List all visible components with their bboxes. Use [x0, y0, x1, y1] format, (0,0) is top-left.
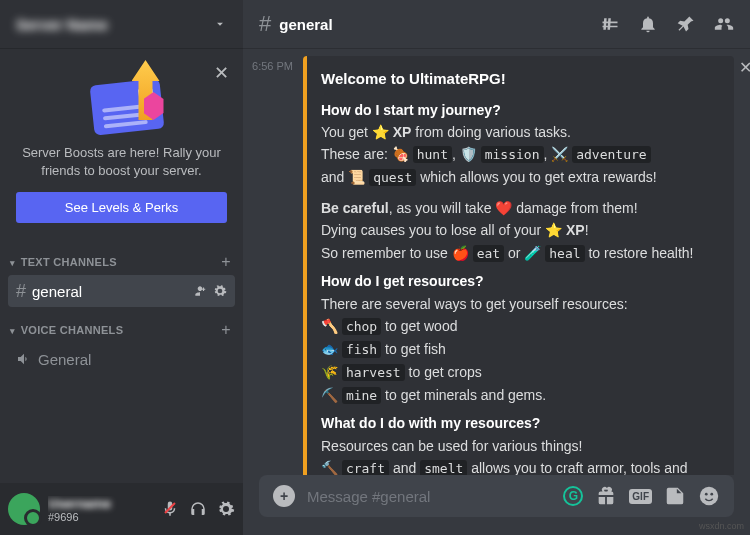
invite-icon[interactable] — [193, 284, 207, 298]
channel-header: # general — [243, 0, 750, 48]
username: Username — [48, 496, 161, 511]
watermark: wsxdn.com — [699, 521, 744, 531]
mute-icon[interactable] — [161, 500, 179, 518]
boost-illustration — [42, 64, 202, 134]
channel-title: general — [279, 16, 600, 33]
pinned-icon[interactable] — [676, 14, 696, 34]
speaker-icon — [16, 351, 32, 367]
emoji-icon[interactable] — [698, 485, 720, 507]
close-icon[interactable]: ✕ — [739, 56, 750, 79]
sticker-icon[interactable] — [664, 485, 686, 507]
members-icon[interactable] — [714, 14, 734, 34]
boost-button[interactable]: See Levels & Perks — [16, 192, 227, 223]
notifications-icon[interactable] — [638, 14, 658, 34]
gift-icon[interactable] — [595, 485, 617, 507]
add-channel-icon[interactable]: + — [221, 253, 231, 271]
hash-icon: # — [16, 281, 26, 302]
settings-icon[interactable] — [213, 284, 227, 298]
server-name: Server Name — [16, 16, 108, 33]
channel-general[interactable]: # general — [8, 275, 235, 307]
user-tag: #9696 — [48, 511, 161, 523]
user-settings-icon[interactable] — [217, 500, 235, 518]
boost-text: Server Boosts are here! Rally your frien… — [16, 144, 227, 180]
server-header[interactable]: Server Name — [0, 0, 243, 48]
gif-icon[interactable]: GIF — [629, 489, 652, 504]
message-input[interactable] — [307, 488, 551, 505]
boost-card: ✕ Server Boosts are here! Rally your fri… — [0, 48, 243, 239]
close-icon[interactable]: ✕ — [214, 62, 229, 84]
hash-icon: # — [259, 11, 271, 37]
add-voice-channel-icon[interactable]: + — [221, 321, 231, 339]
text-channels-header[interactable]: ▾ TEXT CHANNELS + — [8, 239, 235, 273]
deafen-icon[interactable] — [189, 500, 207, 518]
threads-icon[interactable] — [600, 14, 620, 34]
chevron-down-icon — [213, 17, 227, 31]
embed: ✕ Welcome to UltimateRPG! How do I start… — [303, 56, 734, 475]
voice-channel-general[interactable]: General — [8, 343, 235, 375]
message-input-box: + G GIF — [259, 475, 734, 517]
svg-point-0 — [700, 487, 718, 505]
embed-title: Welcome to UltimateRPG! — [321, 68, 720, 90]
add-attachment-button[interactable]: + — [273, 485, 295, 507]
grammarly-icon[interactable]: G — [563, 486, 583, 506]
message-timestamp: 6:56 PM — [251, 56, 293, 475]
svg-point-2 — [710, 493, 713, 496]
voice-channels-header[interactable]: ▾ VOICE CHANNELS + — [8, 307, 235, 341]
svg-point-1 — [705, 493, 708, 496]
avatar[interactable] — [8, 493, 40, 525]
user-panel: Username #9696 — [0, 483, 243, 535]
